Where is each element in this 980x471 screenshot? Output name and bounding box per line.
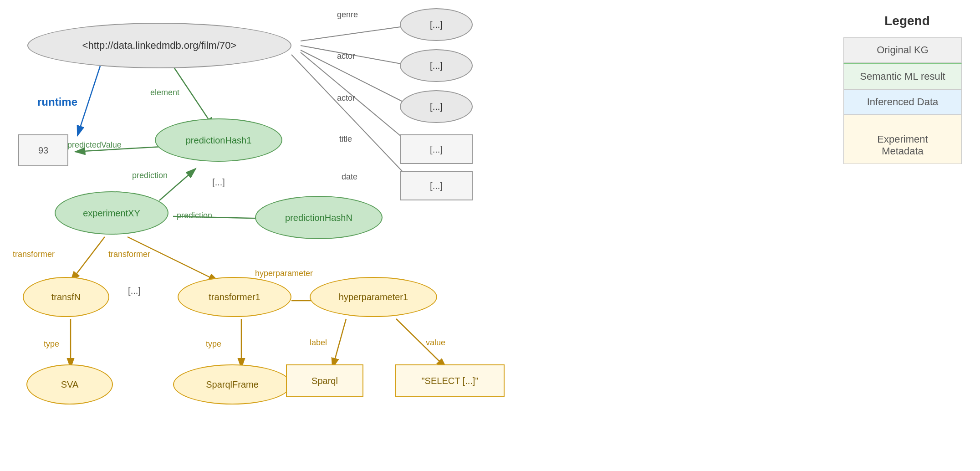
- runtime-val-node: 93: [18, 134, 68, 166]
- date-val-node: [...]: [400, 171, 473, 200]
- predicted-value-label: predictedValue: [67, 140, 122, 150]
- legend-semantic-ml: Semantic ML result: [843, 63, 962, 89]
- experiment-xy-node: experimentXY: [55, 191, 168, 235]
- diagram-area: <http://data.linkedmdb.org/film/70> [...…: [0, 0, 834, 471]
- date-label: date: [342, 172, 357, 182]
- sparql-frame-node: SparqlFrame: [173, 364, 291, 404]
- date-val-label: [...]: [430, 180, 443, 191]
- actor-val2-node: [...]: [400, 90, 473, 123]
- transformer-left-label: transformer: [13, 250, 55, 259]
- hyperparameter1-label: hyperparameter1: [339, 292, 408, 302]
- title-val-node: [...]: [400, 134, 473, 164]
- pred-dots-label: [...]: [212, 177, 225, 188]
- svg-line-6: [301, 50, 413, 107]
- actor-val1-node: [...]: [400, 49, 473, 82]
- pred-hash1-node: predictionHash1: [155, 118, 282, 162]
- transformer1-label: transformer1: [209, 292, 260, 302]
- svg-line-19: [332, 319, 346, 368]
- label-sparql-label: label: [310, 338, 327, 348]
- pred-hashn-label: predictionHashN: [285, 212, 352, 223]
- legend-title: Legend: [884, 14, 930, 28]
- legend-inferred-data: Inferenced Data: [843, 89, 962, 115]
- hyperparameter1-node: hyperparameter1: [310, 277, 437, 317]
- genre-val-label: [...]: [430, 19, 443, 30]
- pred-dots-node: [...]: [200, 173, 237, 191]
- film-uri-node: <http://data.linkedmdb.org/film/70>: [27, 23, 291, 68]
- svg-line-7: [301, 52, 413, 147]
- film-uri-label: <http://data.linkedmdb.org/film/70>: [82, 40, 237, 51]
- sva-label: SVA: [61, 379, 79, 390]
- select-val-node: "SELECT [...]": [395, 364, 505, 397]
- svg-line-8: [291, 55, 413, 183]
- value-select-label: value: [426, 338, 445, 348]
- title-label: title: [339, 134, 352, 144]
- svg-line-15: [128, 237, 219, 282]
- genre-val-node: [...]: [400, 8, 473, 41]
- pred-hashn-node: predictionHashN: [255, 196, 383, 239]
- sva-node: SVA: [26, 364, 113, 404]
- transformer1-node: transformer1: [178, 277, 291, 317]
- transf-n-label: transfN: [51, 292, 81, 302]
- legend-experiment-meta: Experiment Metadata: [843, 115, 962, 164]
- type-sparql-label: type: [206, 339, 221, 349]
- actor1-label: actor: [337, 51, 355, 61]
- trans-dots-label: [...]: [128, 286, 141, 296]
- svg-line-5: [301, 46, 413, 66]
- runtime-label: runtime: [37, 96, 77, 108]
- legend-experiment-label: Experiment Metadata: [877, 133, 928, 157]
- transf-n-node: transfN: [23, 277, 109, 317]
- main-container: <http://data.linkedmdb.org/film/70> [...…: [0, 0, 980, 471]
- predictionn-label: prediction: [177, 211, 212, 220]
- genre-label: genre: [337, 10, 358, 20]
- svg-line-9: [77, 66, 100, 136]
- legend-semantic-label: Semantic ML result: [860, 71, 945, 82]
- select-val-label: "SELECT [...]": [422, 375, 479, 386]
- pred-hash1-label: predictionHash1: [186, 135, 252, 146]
- element-label: element: [150, 88, 179, 97]
- transformer-right-label: transformer: [108, 250, 150, 259]
- actor2-label: actor: [337, 93, 355, 103]
- title-val-label: [...]: [430, 144, 443, 155]
- trans-dots-node: [...]: [118, 282, 150, 300]
- experiment-xy-label: experimentXY: [83, 208, 140, 219]
- sparql-label: Sparql: [311, 375, 338, 386]
- hyperparameter-label: hyperparameter: [255, 269, 313, 278]
- prediction1-label: prediction: [132, 171, 168, 180]
- runtime-val-label: 93: [38, 145, 48, 156]
- legend-inferred-label: Inferenced Data: [867, 96, 939, 108]
- svg-line-4: [301, 25, 413, 41]
- type-sva-label: type: [44, 339, 59, 349]
- actor-val1-label: [...]: [430, 60, 443, 71]
- sparql-node: Sparql: [286, 364, 363, 397]
- legend-original-kg: Original KG: [843, 37, 962, 63]
- svg-line-14: [71, 237, 105, 282]
- sparql-frame-label: SparqlFrame: [206, 379, 259, 390]
- legend-original-label: Original KG: [877, 44, 929, 56]
- actor-val2-label: [...]: [430, 101, 443, 112]
- legend-area: Legend Original KG Semantic ML result In…: [834, 0, 980, 471]
